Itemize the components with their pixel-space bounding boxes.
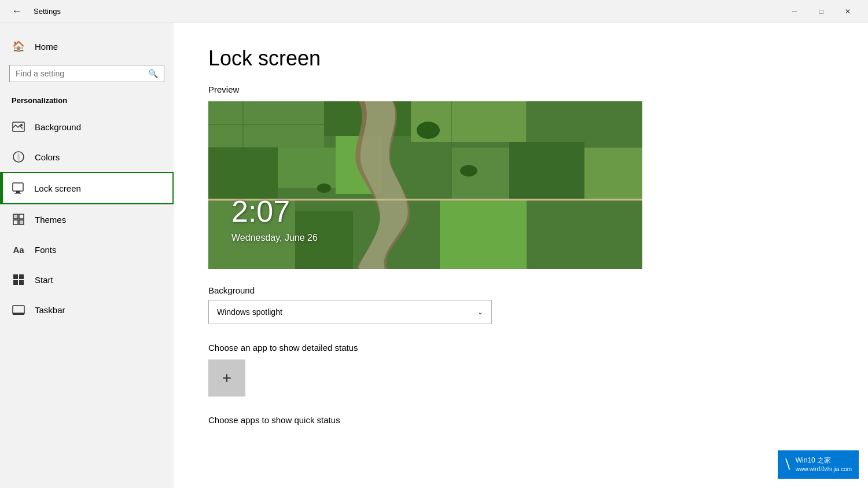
background-icon: [12, 120, 25, 134]
svg-point-39: [317, 184, 331, 193]
svg-rect-31: [527, 200, 642, 269]
search-input[interactable]: [16, 69, 144, 78]
home-icon: 🏠: [12, 39, 25, 53]
svg-rect-14: [13, 306, 24, 314]
app-title: Settings: [34, 7, 61, 16]
choose-detailed-label: Choose an app to show detailed status: [208, 343, 833, 353]
sidebar-item-label: Fonts: [35, 245, 57, 255]
sidebar-item-background[interactable]: Background: [0, 112, 174, 142]
start-icon: [12, 273, 25, 287]
svg-point-38: [460, 165, 477, 177]
sidebar-item-home[interactable]: 🏠 Home: [0, 32, 174, 60]
close-button[interactable]: ✕: [834, 2, 861, 21]
taskbar-icon: [12, 303, 25, 317]
sidebar-item-fonts[interactable]: Aa Fonts: [0, 234, 174, 265]
background-dropdown[interactable]: Windows spotlight ⌄: [208, 300, 492, 324]
sidebar-item-colors[interactable]: Colors: [0, 142, 174, 172]
sidebar-item-start[interactable]: Start: [0, 265, 174, 295]
sidebar-item-taskbar[interactable]: Taskbar: [0, 295, 174, 325]
back-button[interactable]: ←: [7, 3, 27, 20]
sidebar-item-label: Taskbar: [35, 305, 65, 315]
search-icon: 🔍: [148, 69, 158, 78]
minimize-button[interactable]: ─: [781, 2, 808, 21]
svg-point-37: [417, 122, 440, 139]
svg-rect-6: [13, 220, 18, 225]
svg-point-1: [20, 124, 23, 126]
content-area: Lock screen Preview: [174, 23, 868, 488]
svg-rect-26: [509, 142, 584, 200]
svg-rect-5: [14, 193, 21, 194]
preview-label: Preview: [208, 85, 833, 94]
sidebar-item-label: Start: [35, 275, 53, 285]
preview-date: Wednesday, June 26: [231, 233, 318, 243]
svg-rect-10: [13, 274, 18, 279]
svg-rect-30: [440, 200, 527, 269]
watermark-text: Win10 之家 www.win10zhi jia.com: [796, 456, 852, 474]
lock-screen-preview: 2:07 Wednesday, June 26: [208, 101, 642, 269]
windows-logo-icon: ⧵: [785, 455, 791, 474]
svg-rect-9: [19, 214, 24, 219]
svg-rect-8: [13, 214, 18, 219]
svg-rect-4: [16, 191, 20, 193]
sidebar-item-label: Background: [35, 122, 81, 132]
svg-rect-22: [278, 148, 336, 188]
background-label: Background: [208, 285, 833, 295]
preview-time: 2:07: [231, 194, 290, 229]
themes-icon: [12, 212, 25, 226]
svg-rect-3: [13, 183, 23, 191]
lock-screen-icon: [11, 181, 25, 195]
svg-rect-12: [13, 280, 18, 285]
svg-rect-15: [13, 313, 24, 315]
sidebar-item-label: Lock screen: [34, 184, 81, 193]
home-label: Home: [35, 42, 58, 52]
svg-rect-13: [19, 280, 24, 285]
page-title: Lock screen: [208, 46, 833, 71]
watermark: ⧵ Win10 之家 www.win10zhi jia.com: [778, 450, 859, 479]
svg-rect-7: [19, 220, 24, 225]
maximize-button[interactable]: □: [808, 2, 834, 21]
app-body: 🏠 Home 🔍 Personalization Background: [0, 23, 868, 488]
svg-rect-27: [584, 148, 642, 200]
svg-rect-20: [527, 101, 642, 148]
sidebar-item-lock-screen[interactable]: Lock screen: [0, 172, 174, 204]
title-bar: ← Settings ─ □ ✕: [0, 0, 868, 23]
sidebar-section-label: Personalization: [0, 91, 174, 112]
colors-icon: [12, 150, 25, 164]
chevron-down-icon: ⌄: [477, 308, 483, 316]
plus-icon: +: [222, 369, 231, 387]
sidebar-item-label: Themes: [35, 215, 66, 225]
sidebar-item-themes[interactable]: Themes: [0, 204, 174, 234]
fonts-icon: Aa: [12, 243, 25, 256]
window-controls: ─ □ ✕: [781, 2, 861, 21]
search-box[interactable]: 🔍: [9, 65, 164, 82]
background-dropdown-value: Windows spotlight: [217, 307, 282, 317]
svg-rect-25: [451, 148, 509, 200]
svg-rect-11: [19, 274, 24, 279]
sidebar-item-label: Colors: [35, 152, 60, 162]
add-app-button[interactable]: +: [208, 359, 245, 397]
quick-status-label: Choose apps to show quick status: [208, 415, 833, 425]
sidebar: 🏠 Home 🔍 Personalization Background: [0, 23, 174, 488]
